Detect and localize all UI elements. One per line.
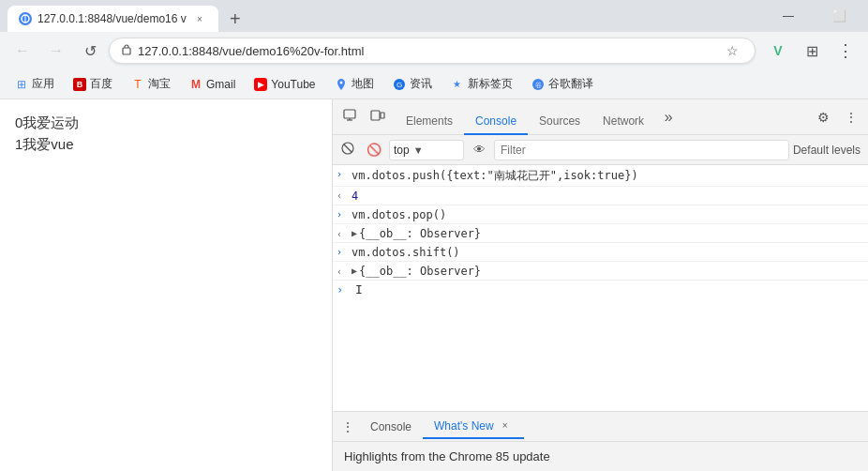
entry-text-3: {__ob__: Observer}	[359, 226, 864, 240]
reload-icon: ↺	[84, 42, 97, 60]
expand-triangle-5[interactable]: ▶	[352, 266, 357, 276]
tab-network[interactable]: Network	[591, 109, 655, 135]
youtube-favicon: ▶	[254, 78, 267, 91]
entry-text-2: vm.dotos.pop()	[352, 207, 864, 221]
back-icon: ←	[15, 42, 30, 59]
vue-extension-icon[interactable]: V	[763, 36, 793, 66]
bookmark-translate[interactable]: 谷 谷歌翻译	[524, 73, 601, 95]
tab-area: 127.0.0.1:8848/vue/demo16 v × +	[7, 0, 248, 32]
reload-button[interactable]: ↺	[75, 36, 105, 66]
bottom-tab-content: Highlights from the Chrome 85 update	[333, 442, 868, 471]
bookmark-news[interactable]: G 资讯	[385, 73, 440, 95]
bookmark-newtab-label: 新标签页	[468, 76, 513, 92]
new-tab-button[interactable]: +	[222, 6, 248, 32]
extensions-icon[interactable]: ⊞	[797, 36, 827, 66]
bookmark-taobao[interactable]: T 淘宝	[124, 73, 178, 95]
back-button[interactable]: ←	[7, 36, 37, 66]
bottom-more-icon: ⋮	[341, 419, 354, 434]
more-menu-icon[interactable]: ⋮	[831, 36, 861, 66]
forward-icon: →	[49, 42, 64, 59]
cursor-arrow: ›	[337, 283, 352, 296]
bookmark-youtube[interactable]: ▶ YouTube	[247, 75, 322, 94]
gmail-favicon: M	[189, 78, 202, 91]
tab-console[interactable]: Console	[464, 109, 528, 135]
context-selector[interactable]: top ▼	[389, 140, 464, 160]
bookmark-apps-label: 应用	[32, 76, 54, 92]
svg-text:G: G	[396, 81, 401, 89]
bottom-more-button[interactable]: ⋮	[337, 416, 359, 438]
tab-elements[interactable]: Elements	[395, 109, 464, 135]
svg-rect-8	[344, 110, 355, 118]
svg-point-3	[339, 81, 342, 84]
tab-label: 127.0.0.1:8848/vue/demo16 v	[37, 12, 187, 25]
main-area: 0我爱运动 1我爱vue	[0, 99, 868, 471]
bookmark-star-icon[interactable]: ☆	[721, 39, 743, 62]
devtools-tabs: Elements Console Sources Network »	[393, 99, 683, 135]
bookmark-news-label: 资讯	[410, 76, 432, 92]
bookmark-gmail-label: Gmail	[206, 78, 235, 91]
more-tabs-button[interactable]: »	[655, 104, 681, 130]
more-vert-icon: ⋮	[845, 110, 858, 125]
clear-console-icon	[340, 141, 355, 159]
console-cursor-line[interactable]: › I	[333, 281, 868, 298]
bookmark-baidu[interactable]: B 百度	[66, 73, 120, 95]
bottom-tabs-bar: ⋮ Console What's New ×	[333, 412, 868, 442]
active-tab[interactable]: 127.0.0.1:8848/vue/demo16 v ×	[7, 6, 218, 32]
entry-result-1: 4	[352, 189, 864, 203]
bookmark-taobao-label: 淘宝	[148, 76, 171, 92]
live-expression-button[interactable]: 👁	[468, 139, 490, 161]
devtools-panel: Elements Console Sources Network » ⚙	[332, 99, 868, 471]
bookmark-newtab[interactable]: ★ 新标签页	[443, 73, 520, 95]
entry-text-0: vm.dotos.push({text:"南城花已开",isok:true})	[352, 167, 864, 184]
maximize-button[interactable]: ⬜	[817, 3, 861, 29]
maps-favicon	[335, 78, 348, 91]
device-icon	[370, 108, 385, 126]
toolbar-icons: V ⊞ ⋮	[763, 36, 861, 66]
bottom-content-text: Highlights from the Chrome 85 update	[344, 449, 550, 463]
devtools-settings-button[interactable]: ⚙	[810, 104, 836, 130]
bookmark-gmail[interactable]: M Gmail	[182, 75, 243, 94]
bookmark-maps[interactable]: 地图	[327, 73, 382, 95]
console-clear-button[interactable]	[337, 139, 359, 161]
console-block-button[interactable]: 🚫	[363, 139, 385, 161]
list-item-1: 1我爱vue	[15, 136, 317, 154]
default-levels-label: Default levels	[793, 144, 864, 157]
devtools-toolbar: Elements Console Sources Network » ⚙	[333, 99, 868, 135]
console-entry-2: › vm.dotos.pop()	[333, 205, 868, 224]
bottom-tab-console[interactable]: Console	[359, 417, 423, 437]
url-text: 127.0.0.1:8848/vue/demo16%20v-for.html	[138, 44, 721, 58]
forward-button[interactable]: →	[41, 36, 71, 66]
svg-text:谷: 谷	[534, 82, 541, 88]
expand-triangle-3[interactable]: ▶	[352, 228, 357, 238]
bottom-tab-whatsnew[interactable]: What's New ×	[423, 415, 524, 439]
console-entry-1: ‹ 4	[333, 187, 868, 205]
devtools-bottom: ⋮ Console What's New × Highlights from t…	[333, 411, 868, 471]
inspect-element-button[interactable]	[337, 104, 363, 130]
bookmark-baidu-label: 百度	[90, 76, 112, 92]
devtools-more-button[interactable]: ⋮	[838, 104, 864, 130]
bookmark-maps-label: 地图	[352, 76, 374, 92]
tab-close-button[interactable]: ×	[192, 11, 207, 26]
entry-input-arrow-0: ›	[337, 167, 352, 179]
list-item-0: 0我爱运动	[15, 114, 317, 132]
lock-icon	[121, 43, 132, 58]
minimize-button[interactable]	[767, 3, 810, 29]
entry-text-5: {__ob__: Observer}	[359, 264, 864, 278]
address-bar[interactable]: 127.0.0.1:8848/vue/demo16%20v-for.html ☆	[109, 38, 756, 64]
bottom-tab-whatsnew-close[interactable]: ×	[498, 418, 513, 433]
bookmark-apps[interactable]: ⊞ 应用	[7, 73, 62, 95]
console-output[interactable]: › vm.dotos.push({text:"南城花已开",isok:true}…	[333, 165, 868, 411]
tab-sources[interactable]: Sources	[528, 109, 591, 135]
apps-favicon: ⊞	[15, 78, 28, 91]
address-actions: ☆	[721, 39, 743, 62]
inspect-icon	[342, 108, 357, 126]
bottom-tab-console-label: Console	[370, 420, 412, 433]
baidu-favicon: B	[73, 78, 86, 91]
filter-input[interactable]	[494, 140, 789, 160]
window-controls: ⬜	[767, 3, 861, 29]
console-entry-0: › vm.dotos.push({text:"南城花已开",isok:true}…	[333, 165, 868, 187]
cursor-position: I	[355, 282, 363, 296]
block-icon: 🚫	[367, 143, 382, 157]
console-toolbar: 🚫 top ▼ 👁 Default levels	[333, 135, 868, 165]
device-toolbar-button[interactable]	[365, 104, 391, 130]
